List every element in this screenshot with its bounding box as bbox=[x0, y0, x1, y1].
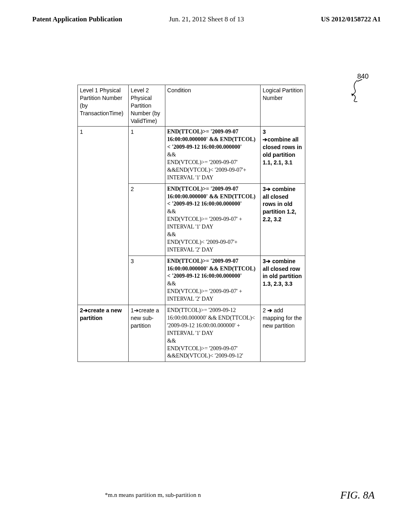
partition-table: Level 1 Physical Partition Number (by Tr… bbox=[77, 85, 305, 362]
cell-condition: END(TTCOL)>= '2009-09-07 16:00:00.000000… bbox=[165, 127, 261, 183]
cond-plain: END(VTCOL)>= '2009-09-07' + INTERVAL '2'… bbox=[167, 288, 242, 302]
cell-logical: 2 ➔ add mapping for the new partition bbox=[261, 305, 305, 362]
cell-level2: 1➔create a new sub-partition bbox=[128, 305, 165, 362]
arrow-icon: ➔ bbox=[134, 307, 139, 314]
header-col3: Condition bbox=[165, 85, 261, 127]
cond-amp: && bbox=[167, 338, 176, 344]
logical-text: combine all closed rows in old partition… bbox=[263, 136, 302, 166]
arrow-icon: ➔ bbox=[266, 186, 271, 192]
cell-level2: 3 bbox=[128, 256, 165, 305]
header-right: US 2012/0158722 A1 bbox=[321, 15, 381, 23]
table-header-row: Level 1 Physical Partition Number (by Tr… bbox=[78, 85, 305, 127]
cell-level1: 2➔create a new partition bbox=[78, 305, 129, 362]
svg-line-0 bbox=[357, 79, 362, 81]
logical-num: 3 bbox=[263, 186, 266, 192]
brace-icon bbox=[349, 78, 365, 102]
cond-amp: && bbox=[167, 208, 176, 214]
logical-num: 3 bbox=[263, 129, 266, 135]
cond-plain: END(VTCOL)< '2009-09-07'+ INTERVAL '2' D… bbox=[167, 239, 238, 253]
logical-num: 2 bbox=[263, 307, 267, 314]
cell-condition: END(TTCOL)>= '2009-09-12 16:00:00.000000… bbox=[165, 305, 261, 362]
cond-amp: && bbox=[167, 281, 176, 287]
l2-num: 1 bbox=[131, 307, 134, 314]
header-col2: Level 2 Physical Partition Number (by Va… bbox=[128, 85, 165, 127]
cond-plain: END(VTCOL)>= '2009-09-07' + INTERVAL '1'… bbox=[167, 216, 242, 230]
table-row: 1 1 END(TTCOL)>= '2009-09-07 16:00:00.00… bbox=[78, 127, 305, 183]
header-col4: Logical Partition Number bbox=[261, 85, 305, 127]
reference-numeral: 840 bbox=[357, 73, 369, 81]
l1-num: 2 bbox=[80, 307, 83, 314]
footnote: *m.n means partition m, sub-partition n bbox=[105, 492, 201, 499]
cell-level1: 1 bbox=[78, 127, 129, 305]
cond-plain: END(VTCOL)>= '2009-09-07' &&END(VTCOL)< … bbox=[167, 159, 246, 181]
cond-amp: && bbox=[167, 152, 176, 158]
cond-bold: END(TTCOL)>= '2009-09-07 16:00:00.000000… bbox=[167, 129, 256, 150]
cell-level2: 1 bbox=[128, 127, 165, 183]
table-container: Level 1 Physical Partition Number (by Tr… bbox=[77, 85, 305, 362]
cell-logical: 3➔ combine all closed row in old partiti… bbox=[261, 256, 305, 305]
cell-logical: 3➔ combine all closed rows in old partit… bbox=[261, 183, 305, 256]
cond-plain: END(TTCOL)>= '2009-09-12 16:00:00.000000… bbox=[167, 307, 255, 336]
cond-bold: END(TTCOL)>= '2009-09-07 16:00:00.000000… bbox=[167, 258, 256, 279]
table-row: 2➔create a new partition 1➔create a new … bbox=[78, 305, 305, 362]
header-center: Jun. 21, 2012 Sheet 8 of 13 bbox=[169, 15, 244, 23]
cell-condition: END(TTCOL)>= '2009-09-07 16:00:00.000000… bbox=[165, 183, 261, 256]
arrow-icon: ➔ bbox=[83, 307, 88, 314]
cell-level2: 2 bbox=[128, 183, 165, 256]
cond-amp: && bbox=[167, 231, 176, 237]
arrow-icon: ➔ bbox=[263, 136, 267, 143]
cond-plain: END(VTCOL)>= '2009-09-07' &&END(VTCOL)< … bbox=[167, 345, 243, 359]
cond-bold: END(TTCOL)>= '2009-09-07 16:00:00.000000… bbox=[167, 186, 256, 207]
header-left: Patent Application Publication bbox=[32, 15, 122, 23]
cell-condition: END(TTCOL)>= '2009-09-07 16:00:00.000000… bbox=[165, 256, 261, 305]
header-col1: Level 1 Physical Partition Number (by Tr… bbox=[78, 85, 129, 127]
arrow-icon: ➔ bbox=[267, 307, 272, 314]
arrow-icon: ➔ bbox=[266, 258, 271, 264]
page-header: Patent Application Publication Jun. 21, … bbox=[0, 15, 413, 23]
logical-num: 3 bbox=[263, 258, 266, 264]
figure-label: FIG. 8A bbox=[340, 489, 375, 501]
cell-logical: 3 ➔combine all closed rows in old partit… bbox=[261, 127, 305, 183]
